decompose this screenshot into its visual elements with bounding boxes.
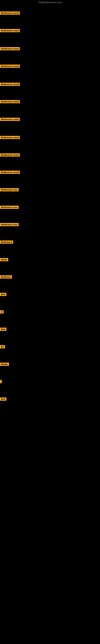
bottleneck-item: Bottleneck result [0,100,20,104]
bottleneck-badge: B [0,310,3,314]
bottleneck-badge: Bott [0,398,6,401]
bottleneck-item: Bottleneck resu [0,206,19,210]
bottleneck-badge: Bottleneck result [0,118,20,121]
bottleneck-badge: Bottleneck resu [0,223,19,226]
bottleneck-item: Bottleneck result [0,83,20,87]
bottleneck-item: Bottle [0,258,8,262]
bottleneck-item: Bottleneck result [0,136,20,140]
bottleneck-item: Bottleneck resu [0,223,19,227]
bottleneck-badge: Bottleneck result [0,29,20,32]
bottleneck-item: Bo [0,345,5,349]
bottleneck-badge: Bott [0,328,6,331]
bottleneck-item: Bott [0,328,6,332]
bottleneck-badge: Bottleneck result [0,171,20,174]
bottleneck-item: Bottleneck result [0,153,20,158]
bottleneck-item: Bottler [0,363,9,367]
bottleneck-item: Bottleneck result [0,47,20,51]
bottleneck-badge: Bottleneck result [0,64,20,68]
bottleneck-badge: Bottleneck [0,240,13,244]
bottleneck-badge: Bottleneck resu [0,206,19,209]
bottleneck-item: Bott [0,398,6,402]
bottleneck-badge: Bottleneck result [0,83,20,86]
bottleneck-item: Bottleneck result [0,64,20,69]
bottleneck-badge: Bottlenec [0,275,12,278]
bottleneck-badge: Bottleneck result [0,12,20,15]
bottleneck-item: | [0,380,2,384]
bottleneck-item: Bottleneck result [0,171,20,175]
bottleneck-badge: | [0,380,2,383]
bottleneck-badge: Bo [0,345,5,348]
bottleneck-badge: Bottleneck result [0,100,20,103]
bottleneck-badge: Bottleneck resu [0,188,19,192]
bottleneck-item: Bottleneck [0,240,13,244]
bottleneck-item: Bottleneck result [0,118,20,122]
site-title: TheBottlenecker.com [0,0,100,6]
bottleneck-item: Bottleneck result [0,29,20,33]
bottleneck-item: Bottlenec [0,275,12,279]
bottleneck-badge: Bottleneck result [0,153,20,156]
bottleneck-item: Bottleneck resu [0,188,19,192]
bottleneck-item: Bottleneck result [0,12,20,16]
bottleneck-item: B [0,310,3,314]
bottleneck-badge: Bottleneck result [0,47,20,50]
bottleneck-badge: Bottleneck result [0,136,20,139]
bottleneck-item: Bott [0,293,6,297]
bottleneck-badge: Bottle [0,258,8,261]
bottleneck-badge: Bottler [0,363,9,366]
bottleneck-badge: Bott [0,293,6,296]
